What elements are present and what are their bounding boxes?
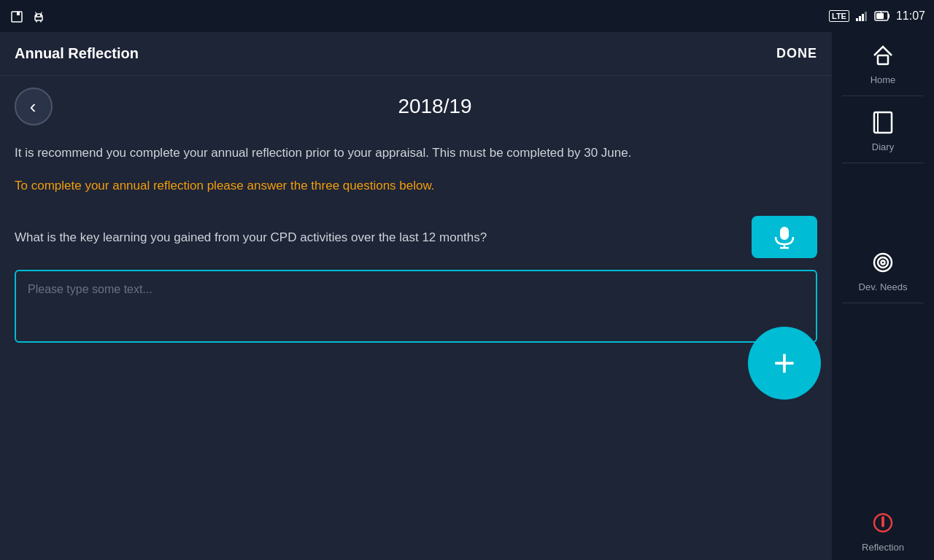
svg-point-23 [874, 254, 892, 271]
svg-rect-20 [878, 55, 888, 64]
status-bar: LTE 11:07 [0, 0, 934, 32]
svg-rect-14 [888, 14, 889, 18]
time-display: 11:07 [896, 9, 925, 23]
dev-needs-label: Dev. Needs [859, 281, 908, 292]
svg-rect-6 [35, 17, 42, 20]
svg-rect-1 [17, 12, 20, 15]
sidebar: Home Diary Dev [832, 32, 934, 560]
svg-rect-21 [874, 112, 892, 133]
svg-rect-11 [862, 14, 864, 21]
battery-icon [874, 9, 890, 23]
page-content: ‹ 2018/19 It is recommend you complete y… [0, 76, 832, 560]
reflection-icon [871, 511, 895, 537]
year-navigation: ‹ 2018/19 [15, 88, 817, 125]
back-arrow-icon: ‹ [30, 96, 36, 118]
mic-button[interactable] [752, 216, 817, 258]
main-layout: Annual Reflection DONE ‹ 2018/19 It is r… [0, 32, 934, 560]
svg-rect-9 [856, 18, 858, 21]
add-fab-button[interactable]: + [748, 327, 821, 400]
content-area: Annual Reflection DONE ‹ 2018/19 It is r… [0, 32, 832, 560]
status-right: LTE 11:07 [829, 9, 925, 23]
highlight-text: To complete your annual reflection pleas… [15, 176, 817, 195]
reflection-label: Reflection [862, 542, 904, 553]
status-left [9, 8, 47, 24]
back-button[interactable]: ‹ [15, 88, 53, 125]
dev-needs-icon [871, 251, 895, 277]
diary-label: Diary [872, 141, 894, 152]
answer-input[interactable] [15, 270, 817, 343]
sidebar-item-home[interactable]: Home [832, 32, 934, 93]
sidebar-item-diary[interactable]: Diary [832, 99, 934, 160]
lte-badge: LTE [829, 10, 849, 22]
question-row: What is the key learning you gained from… [15, 216, 817, 258]
svg-line-5 [41, 12, 42, 15]
page-title: Annual Reflection [15, 45, 139, 62]
done-button[interactable]: DONE [776, 46, 817, 61]
app-bar: Annual Reflection DONE [0, 32, 832, 76]
nav-divider-1 [842, 96, 924, 96]
svg-point-25 [881, 261, 885, 265]
svg-rect-29 [881, 517, 884, 527]
signal-icon [855, 9, 868, 23]
svg-point-24 [878, 257, 888, 268]
sidebar-item-dev-needs[interactable]: Dev. Needs [832, 239, 934, 300]
nav-divider-3 [842, 303, 924, 303]
svg-rect-12 [865, 12, 867, 21]
home-icon [871, 44, 895, 70]
sd-card-icon [9, 8, 25, 24]
info-text: It is recommend you complete your annual… [15, 143, 817, 163]
svg-line-4 [36, 12, 37, 15]
sidebar-item-reflection[interactable]: Reflection [832, 499, 934, 560]
nav-divider-2 [842, 163, 924, 163]
android-icon [31, 8, 47, 24]
question-text: What is the key learning you gained from… [15, 228, 752, 247]
svg-rect-10 [859, 16, 861, 21]
add-icon: + [773, 344, 795, 382]
diary-icon [873, 111, 893, 137]
year-label: 2018/19 [53, 95, 817, 118]
home-label: Home [871, 74, 896, 85]
svg-rect-17 [780, 227, 789, 240]
mic-icon [771, 224, 798, 250]
svg-rect-15 [876, 13, 884, 19]
